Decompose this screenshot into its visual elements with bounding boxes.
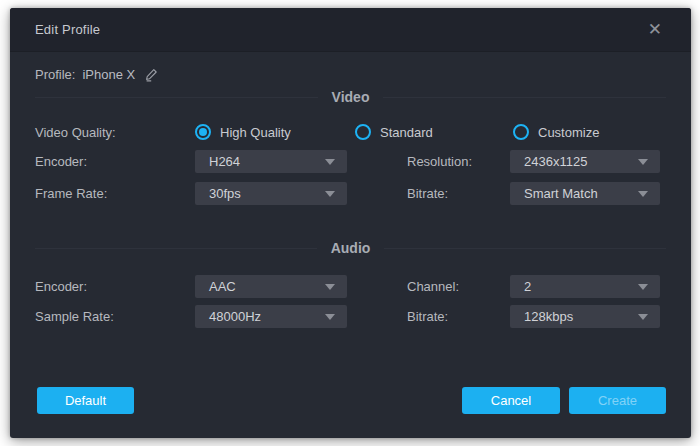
caret-down-icon (325, 314, 335, 320)
caret-down-icon (638, 159, 648, 165)
dropdown-value: 30fps (209, 186, 241, 201)
audio-section-title: Audio (317, 240, 385, 256)
caret-down-icon (638, 284, 648, 290)
caret-down-icon (325, 284, 335, 290)
radio-high-quality[interactable]: High Quality (195, 124, 355, 140)
caret-down-icon (638, 314, 648, 320)
profile-label: Profile: (35, 67, 75, 82)
dropdown-value: 48000Hz (209, 309, 261, 324)
video-fields: Encoder: H264 Resolution: 2436x1125 Fram… (35, 150, 666, 205)
pencil-icon (144, 67, 159, 82)
dialog-footer: Default Cancel Create (35, 387, 666, 414)
video-encoder-dropdown[interactable]: H264 (195, 150, 347, 173)
radio-unselected-icon (355, 124, 371, 140)
radio-label: Customize (538, 125, 599, 140)
default-button[interactable]: Default (37, 387, 134, 414)
profile-name: iPhone X (82, 67, 135, 82)
video-quality-label: Video Quality: (35, 125, 195, 140)
edit-profile-name-button[interactable] (144, 67, 159, 82)
audio-channel-label: Channel: (347, 279, 510, 294)
radio-label: Standard (380, 125, 433, 140)
close-button[interactable]: ✕ (644, 19, 666, 40)
dropdown-value: H264 (209, 154, 240, 169)
video-resolution-dropdown[interactable]: 2436x1125 (510, 150, 660, 173)
radio-unselected-icon (513, 124, 529, 140)
divider-line (35, 97, 318, 98)
divider-line (383, 97, 666, 98)
video-quality-row: Video Quality: High Quality Standard Cus… (35, 123, 666, 141)
dialog-titlebar: Edit Profile ✕ (10, 8, 691, 52)
radio-standard[interactable]: Standard (355, 124, 513, 140)
dropdown-value: AAC (209, 279, 236, 294)
divider-line (384, 248, 666, 249)
audio-encoder-label: Encoder: (35, 279, 195, 294)
create-button[interactable]: Create (569, 387, 666, 414)
audio-samplerate-label: Sample Rate: (35, 309, 195, 324)
audio-samplerate-dropdown[interactable]: 48000Hz (195, 305, 347, 328)
radio-customize[interactable]: Customize (513, 124, 599, 140)
audio-section-header: Audio (35, 239, 666, 257)
audio-bitrate-label: Bitrate: (347, 309, 510, 324)
video-encoder-label: Encoder: (35, 154, 195, 169)
caret-down-icon (325, 159, 335, 165)
dialog-title: Edit Profile (35, 22, 100, 37)
dropdown-value: Smart Match (524, 186, 598, 201)
video-section-header: Video (35, 88, 666, 106)
audio-fields: Encoder: AAC Channel: 2 Sample Rate: 480… (35, 275, 666, 328)
caret-down-icon (638, 191, 648, 197)
audio-encoder-dropdown[interactable]: AAC (195, 275, 347, 298)
caret-down-icon (325, 191, 335, 197)
profile-row: Profile: iPhone X (35, 64, 666, 84)
edit-profile-dialog: Edit Profile ✕ Profile: iPhone X Video V… (10, 8, 691, 438)
video-resolution-label: Resolution: (347, 154, 510, 169)
audio-channel-dropdown[interactable]: 2 (510, 275, 660, 298)
video-bitrate-dropdown[interactable]: Smart Match (510, 182, 660, 205)
audio-bitrate-dropdown[interactable]: 128kbps (510, 305, 660, 328)
video-section-title: Video (318, 89, 384, 105)
dropdown-value: 128kbps (524, 309, 573, 324)
video-bitrate-label: Bitrate: (347, 186, 510, 201)
dropdown-value: 2 (524, 279, 531, 294)
dropdown-value: 2436x1125 (524, 154, 587, 169)
dialog-content: Profile: iPhone X Video Video Quality: H… (10, 64, 691, 414)
video-framerate-dropdown[interactable]: 30fps (195, 182, 347, 205)
cancel-button[interactable]: Cancel (462, 387, 560, 414)
radio-selected-icon (195, 124, 211, 140)
close-icon: ✕ (648, 20, 662, 39)
divider-line (35, 248, 317, 249)
radio-label: High Quality (220, 125, 291, 140)
video-framerate-label: Frame Rate: (35, 186, 195, 201)
